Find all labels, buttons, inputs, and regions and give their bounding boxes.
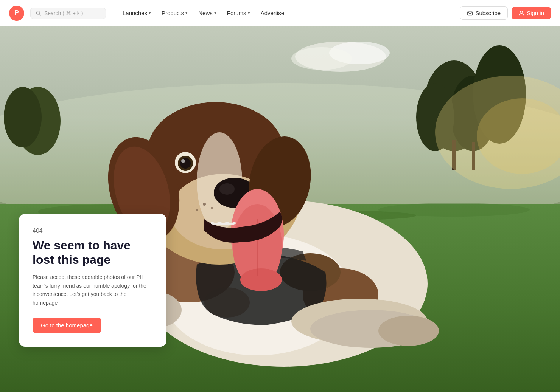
nav-launches-label: Launches [123,10,147,16]
error-title-line1: We seem to have [33,239,131,252]
search-box[interactable]: Search ( ⌘ + k ) [30,8,106,19]
nav-advertise-label: Advertise [261,10,285,16]
signin-icon [518,10,524,16]
signin-button[interactable]: Sign in [512,7,551,19]
svg-point-17 [378,203,530,217]
nav-item-products[interactable]: Products ▾ [157,7,192,19]
hero-section: 404 We seem to have lost this page Pleas… [0,0,560,392]
nav-products-label: Products [162,10,184,16]
search-icon [36,11,41,16]
svg-point-44 [240,268,282,291]
subscribe-label: Subscribe [475,10,501,16]
svg-point-34 [219,183,235,195]
nav-item-forums[interactable]: Forums ▾ [222,7,255,19]
chevron-down-icon: ▾ [185,11,188,15]
nav-links: Launches ▾ Products ▾ News ▾ Forums ▾ Ad… [118,7,289,19]
navbar: P Search ( ⌘ + k ) Launches ▾ Products ▾… [0,0,560,26]
error-title-line2: lost this page [33,253,110,266]
nav-forums-label: Forums [227,10,246,16]
nav-news-label: News [198,10,213,16]
svg-line-1 [39,14,41,15]
subscribe-button[interactable]: Subscribe [460,6,508,20]
error-code: 404 [33,228,153,234]
svg-point-38 [181,159,185,163]
error-description: Please accept these adorable photos of o… [33,273,153,307]
error-card: 404 We seem to have lost this page Pleas… [19,214,166,347]
chevron-down-icon: ▾ [149,11,151,15]
svg-point-26 [378,316,439,346]
chevron-down-icon: ▾ [214,11,216,15]
svg-point-48 [196,209,198,211]
svg-point-51 [291,47,352,70]
nav-item-advertise[interactable]: Advertise [256,7,289,19]
email-icon [467,10,473,16]
logo-letter: P [14,9,19,17]
nav-item-launches[interactable]: Launches ▾ [118,7,156,19]
svg-point-3 [520,11,523,13]
svg-point-46 [203,203,206,206]
logo[interactable]: P [9,6,24,21]
chevron-down-icon: ▾ [248,11,250,15]
signin-label: Sign in [527,10,544,16]
go-to-homepage-button[interactable]: Go to the homepage [33,318,101,333]
svg-point-13 [4,87,42,147]
error-title: We seem to have lost this page [33,238,153,267]
nav-item-news[interactable]: News ▾ [194,7,221,19]
nav-right: Subscribe Sign in [460,6,551,20]
search-placeholder: Search ( ⌘ + k ) [44,10,83,16]
svg-point-47 [211,207,213,209]
svg-point-37 [180,158,191,169]
